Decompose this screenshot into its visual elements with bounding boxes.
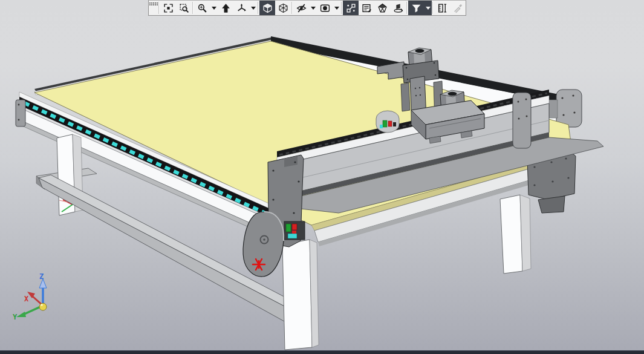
axis-label-z: Z xyxy=(39,272,44,281)
apply-scene-button[interactable] xyxy=(390,1,406,15)
toolbar-drag-handle[interactable] xyxy=(149,1,158,15)
zoom-to-area-button[interactable] xyxy=(176,1,192,15)
drag-dots-icon xyxy=(149,2,158,5)
display-style-wireframe-button[interactable] xyxy=(275,1,291,15)
view-orientation-button[interactable] xyxy=(233,1,249,15)
sketch-relations-icon xyxy=(346,3,356,13)
view-annotations-button[interactable] xyxy=(359,1,374,15)
wireframe-cube-icon xyxy=(278,3,288,13)
shaded-cube-icon xyxy=(262,3,273,13)
axis-label-y: Y xyxy=(13,313,18,321)
color-picker-button[interactable] xyxy=(450,1,466,15)
right-leg[interactable] xyxy=(500,195,531,274)
measure-icon xyxy=(437,3,447,13)
front-leg[interactable] xyxy=(282,240,319,350)
filter-dropdown-arrow[interactable] xyxy=(424,1,432,15)
realview-graphics-button[interactable] xyxy=(374,1,390,15)
filter-funnel-icon xyxy=(411,3,421,13)
annotations-icon xyxy=(362,3,372,13)
heads-up-view-toolbar[interactable] xyxy=(148,0,466,16)
zoom-dropdown-arrow[interactable] xyxy=(210,1,218,15)
edit-appearance-button[interactable] xyxy=(317,1,333,15)
view-triad[interactable]: X Y Z xyxy=(13,272,47,321)
graphics-area[interactable]: X Y Z xyxy=(0,0,644,354)
appearance-ball-icon xyxy=(320,3,330,13)
window-bottom-edge xyxy=(0,350,644,354)
scene-icon xyxy=(393,3,403,13)
display-style-shaded-button[interactable] xyxy=(259,1,275,15)
hide-show-items-button[interactable] xyxy=(293,1,309,15)
magnifier-icon xyxy=(197,3,207,13)
zoom-to-area-icon xyxy=(179,3,189,13)
zoom-to-fit-icon xyxy=(163,3,174,13)
zoom-to-fit-button[interactable] xyxy=(160,1,176,15)
eyedropper-icon xyxy=(453,3,463,13)
axis-label-x: X xyxy=(24,295,29,303)
model-viewport[interactable]: X Y Z xyxy=(0,0,644,354)
hide-show-dropdown-arrow[interactable] xyxy=(309,1,317,15)
display-style-shaded-selected xyxy=(259,1,275,15)
measure-tool-button[interactable] xyxy=(434,1,450,15)
previous-view-button[interactable] xyxy=(218,1,233,15)
view-sketch-relations-selected xyxy=(343,1,359,15)
realview-gem-icon xyxy=(377,3,388,13)
filter-graphics-button[interactable] xyxy=(408,1,424,15)
cam-wheel[interactable] xyxy=(243,212,284,277)
view-sketch-relations-button[interactable] xyxy=(343,1,359,15)
carriage-bearing[interactable] xyxy=(376,111,399,133)
filter-graphics-selected xyxy=(408,1,432,15)
gantry-end-bracket[interactable] xyxy=(513,93,531,148)
view-orientation-dropdown-arrow[interactable] xyxy=(249,1,257,15)
edit-appearance-dropdown-arrow[interactable] xyxy=(333,1,340,15)
previous-view-icon xyxy=(221,3,231,13)
view-orientation-icon xyxy=(236,3,247,13)
zoom-in-out-button[interactable] xyxy=(194,1,210,15)
eye-slash-icon xyxy=(296,3,307,13)
